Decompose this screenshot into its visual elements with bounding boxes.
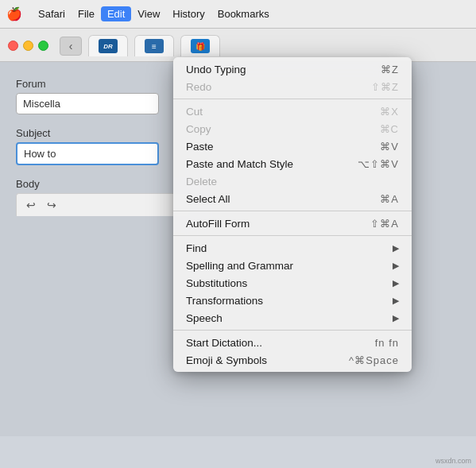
undo-btn[interactable]: ↩ bbox=[23, 197, 39, 213]
menu-shortcut-autofill: ⇧⌘A bbox=[370, 218, 399, 230]
browser-area: ‹ DR ≡ 🎁 Forum Miscella Subject How to bbox=[0, 29, 476, 468]
tab-2[interactable]: ≡ bbox=[134, 35, 174, 56]
submenu-arrow-spelling: ▶ bbox=[393, 261, 399, 271]
menu-item-delete: Delete bbox=[173, 172, 412, 190]
traffic-lights bbox=[8, 41, 48, 51]
menu-item-label-autofill: AutoFill Form bbox=[186, 218, 250, 230]
menu-item-label-dictation: Start Dictation... bbox=[186, 337, 262, 349]
menu-item-transformations[interactable]: Transformations▶ bbox=[173, 292, 412, 309]
menu-item-speech[interactable]: Speech▶ bbox=[173, 309, 412, 327]
menu-shortcut-undo: ⌘Z bbox=[381, 64, 399, 75]
tab-icon-label: DR bbox=[103, 43, 113, 50]
menu-item-find[interactable]: Find▶ bbox=[173, 239, 412, 257]
menu-view[interactable]: View bbox=[131, 6, 166, 21]
menu-item-label-paste-match: Paste and Match Style bbox=[186, 158, 293, 170]
menu-separator bbox=[173, 235, 412, 236]
forum-input[interactable]: Miscella bbox=[16, 93, 159, 114]
apple-menu[interactable]: 🍎 bbox=[6, 6, 22, 21]
submenu-arrow-transformations: ▶ bbox=[393, 296, 399, 306]
menu-file[interactable]: File bbox=[72, 6, 101, 21]
minimize-button[interactable] bbox=[23, 41, 33, 51]
tab-icon-2: ≡ bbox=[145, 39, 164, 53]
menu-item-label-undo: Undo Typing bbox=[186, 64, 246, 75]
menu-item-label-substitutions: Substitutions bbox=[186, 277, 247, 289]
menu-item-undo[interactable]: Undo Typing⌘Z bbox=[173, 60, 412, 78]
menu-separator bbox=[173, 211, 412, 211]
editor-toolbar: ↩ ↪ bbox=[16, 193, 191, 216]
menu-item-label-speech: Speech bbox=[186, 312, 223, 324]
menu-separator bbox=[173, 99, 412, 99]
menu-shortcut-paste: ⌘V bbox=[380, 141, 399, 153]
menu-shortcut-select-all: ⌘A bbox=[380, 193, 399, 205]
tab-1[interactable]: DR bbox=[88, 35, 128, 56]
menu-item-paste[interactable]: Paste⌘V bbox=[173, 137, 412, 155]
menu-shortcut-dictation: fn fn bbox=[375, 337, 399, 349]
tab-icon-3: 🎁 bbox=[191, 39, 210, 53]
menu-shortcut-copy: ⌘C bbox=[380, 123, 399, 135]
submenu-arrow-find: ▶ bbox=[393, 243, 399, 253]
menu-item-label-delete: Delete bbox=[186, 176, 217, 188]
close-button[interactable] bbox=[8, 41, 18, 51]
menu-item-emoji[interactable]: Emoji & Symbols^⌘Space bbox=[173, 351, 412, 369]
menu-item-redo: Redo⇧⌘Z bbox=[173, 78, 412, 95]
menu-shortcut-emoji: ^⌘Space bbox=[349, 354, 399, 366]
maximize-button[interactable] bbox=[38, 41, 48, 51]
menu-history[interactable]: History bbox=[166, 6, 211, 21]
submenu-arrow-speech: ▶ bbox=[393, 313, 399, 323]
menu-shortcut-cut: ⌘X bbox=[380, 106, 399, 118]
redo-btn[interactable]: ↪ bbox=[44, 197, 60, 213]
menu-item-paste-match[interactable]: Paste and Match Style⌥⇧⌘V bbox=[173, 155, 412, 172]
menu-safari[interactable]: Safari bbox=[32, 6, 72, 21]
menu-item-select-all[interactable]: Select All⌘A bbox=[173, 190, 412, 207]
watermark: wsxdn.com bbox=[435, 457, 471, 465]
menu-item-autofill[interactable]: AutoFill Form⇧⌘A bbox=[173, 215, 412, 232]
menu-separator bbox=[173, 330, 412, 331]
tab-3-label: 🎁 bbox=[195, 42, 205, 51]
tab-icon-dr: DR bbox=[99, 39, 118, 53]
menu-item-spelling[interactable]: Spelling and Grammar▶ bbox=[173, 257, 412, 274]
subject-input[interactable]: How to bbox=[16, 142, 159, 165]
menu-item-label-spelling: Spelling and Grammar bbox=[186, 260, 293, 272]
menu-item-cut: Cut⌘X bbox=[173, 102, 412, 120]
menu-item-substitutions[interactable]: Substitutions▶ bbox=[173, 274, 412, 292]
edit-menu-dropdown: Undo Typing⌘ZRedo⇧⌘ZCut⌘XCopy⌘CPaste⌘VPa… bbox=[173, 57, 412, 372]
menu-edit[interactable]: Edit bbox=[101, 6, 131, 21]
menu-shortcut-paste-match: ⌥⇧⌘V bbox=[358, 158, 399, 170]
menu-item-dictation[interactable]: Start Dictation...fn fn bbox=[173, 334, 412, 351]
menu-item-label-copy: Copy bbox=[186, 123, 211, 135]
menu-item-copy: Copy⌘C bbox=[173, 120, 412, 137]
tab-3[interactable]: 🎁 bbox=[180, 35, 220, 56]
menu-item-label-emoji: Emoji & Symbols bbox=[186, 354, 267, 366]
menu-shortcut-redo: ⇧⌘Z bbox=[371, 81, 399, 93]
menu-item-label-find: Find bbox=[186, 242, 207, 254]
menu-item-label-paste: Paste bbox=[186, 141, 214, 153]
menu-bookmarks[interactable]: Bookmarks bbox=[211, 6, 276, 21]
submenu-arrow-substitutions: ▶ bbox=[393, 278, 399, 288]
menu-item-label-transformations: Transformations bbox=[186, 295, 263, 307]
menu-item-label-select-all: Select All bbox=[186, 193, 230, 205]
menu-bar: 🍎 Safari File Edit View History Bookmark… bbox=[0, 0, 476, 29]
tab-2-label: ≡ bbox=[152, 42, 157, 51]
menu-item-label-cut: Cut bbox=[186, 106, 203, 118]
menu-item-label-redo: Redo bbox=[186, 81, 211, 93]
back-button[interactable]: ‹ bbox=[60, 37, 82, 56]
